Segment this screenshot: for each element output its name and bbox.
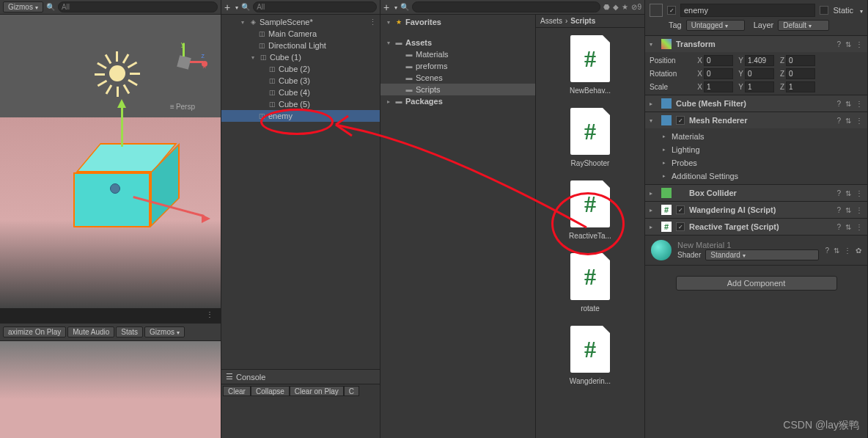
hierarchy-item-light[interactable]: Directional Light: [221, 40, 380, 51]
gizmos2-button[interactable]: Gizmos: [144, 326, 185, 337]
hidden-icon[interactable]: ⊘9: [631, 3, 641, 11]
hierarchy-item-camera[interactable]: Main Camera: [221, 28, 380, 40]
clear-button[interactable]: Clear: [223, 386, 251, 396]
scale-z-input[interactable]: [786, 81, 815, 92]
materials-foldout[interactable]: ▸Materials: [650, 130, 863, 143]
menu-icon[interactable]: ⋮: [844, 247, 851, 255]
static-checkbox[interactable]: [820, 6, 828, 15]
breadcrumb-assets[interactable]: Assets: [540, 17, 562, 25]
probes-foldout[interactable]: ▸Probes: [650, 156, 863, 169]
preset-icon[interactable]: ⇅: [845, 189, 851, 197]
collapse-button[interactable]: Collapse: [251, 386, 290, 396]
menu-icon[interactable]: ⋮: [856, 100, 863, 108]
add-icon[interactable]: +: [224, 1, 230, 13]
foldout-icon[interactable]: ▸: [650, 101, 657, 107]
maximize-button[interactable]: aximize On Play: [3, 326, 66, 337]
tag-dropdown[interactable]: Untagged: [686, 20, 745, 31]
additional-settings-foldout[interactable]: ▸Additional Settings: [650, 169, 863, 183]
add-icon[interactable]: +: [383, 1, 389, 13]
help-icon[interactable]: ?: [836, 117, 841, 125]
material-slot[interactable]: New Material 1 Shader Standard ?⇅⋮✿: [645, 236, 867, 266]
help-icon[interactable]: ?: [836, 40, 841, 48]
enemy-cube-gizmo[interactable]: [70, 143, 165, 231]
script-rotate[interactable]: #rotate: [536, 253, 644, 313]
gameobject-icon[interactable]: [650, 4, 663, 17]
script-enabled-checkbox[interactable]: [676, 205, 685, 214]
menu-icon[interactable]: ⋮: [856, 117, 863, 125]
foldout-icon[interactable]: ▾: [650, 117, 657, 124]
foldout-icon[interactable]: ▾: [239, 19, 246, 26]
menu-icon[interactable]: ⋮: [856, 40, 863, 48]
preset-icon[interactable]: ⇅: [845, 223, 851, 231]
menu-icon[interactable]: ⋮: [856, 223, 863, 231]
scene-menu-icon[interactable]: ⋮: [366, 18, 380, 27]
clear-on-play-button[interactable]: Clear on Play: [290, 386, 344, 396]
hierarchy-item-cube4[interactable]: Cube (4): [221, 87, 380, 98]
packages-folder[interactable]: ▸Packages: [380, 95, 535, 107]
stats-button[interactable]: Stats: [116, 326, 143, 337]
active-checkbox[interactable]: [667, 6, 676, 15]
hierarchy-item-cube2[interactable]: Cube (2): [221, 63, 380, 75]
gear-icon[interactable]: ✿: [856, 247, 861, 255]
foldout-icon[interactable]: ▸: [650, 190, 657, 197]
scene-root[interactable]: ▾ SampleScene* ⋮: [221, 16, 380, 28]
folder-materials[interactable]: Materials: [380, 48, 535, 60]
game-preview[interactable]: [0, 340, 221, 438]
renderer-enabled-checkbox[interactable]: [676, 116, 685, 125]
scale-y-input[interactable]: [745, 81, 774, 92]
folder-preforms[interactable]: preforms: [380, 60, 535, 72]
menu-icon[interactable]: ⋮: [856, 189, 863, 197]
rotation-y-input[interactable]: [745, 68, 774, 79]
foldout-icon[interactable]: ▸: [650, 207, 657, 213]
add-component-button[interactable]: Add Component: [676, 276, 837, 291]
panel-menu-icon[interactable]: ⋮: [206, 310, 215, 318]
add-dropdown[interactable]: [233, 3, 238, 11]
foldout-icon[interactable]: ▾: [249, 54, 257, 61]
scene-search-input[interactable]: [58, 1, 218, 12]
layer-dropdown[interactable]: Default: [778, 20, 829, 31]
project-search-input[interactable]: [412, 1, 600, 12]
foldout-icon[interactable]: ▸: [650, 224, 657, 230]
lighting-foldout[interactable]: ▸Lighting: [650, 143, 863, 156]
scale-x-input[interactable]: [704, 81, 733, 92]
hierarchy-item-cube3[interactable]: Cube (3): [221, 75, 380, 87]
hierarchy-search-input[interactable]: [253, 1, 377, 12]
help-icon[interactable]: ?: [836, 100, 841, 108]
scene-view[interactable]: y x z Persp: [0, 15, 221, 308]
foldout-icon[interactable]: ▾: [650, 41, 657, 48]
shader-dropdown[interactable]: Standard: [705, 249, 819, 260]
perspective-label[interactable]: Persp: [170, 103, 195, 111]
preset-icon[interactable]: ⇅: [845, 40, 851, 48]
position-y-input[interactable]: [745, 55, 774, 66]
preset-icon[interactable]: ⇅: [845, 206, 851, 214]
favorite-icon[interactable]: ★: [622, 3, 628, 11]
position-x-input[interactable]: [704, 55, 733, 66]
help-icon[interactable]: ?: [836, 223, 841, 231]
hierarchy-item-cube5[interactable]: Cube (5): [221, 98, 380, 110]
hierarchy-item-enemy[interactable]: enemy: [221, 110, 380, 122]
help-icon[interactable]: ?: [825, 247, 829, 255]
folder-scripts[interactable]: Scripts: [380, 84, 535, 95]
menu-icon[interactable]: ⋮: [856, 206, 863, 214]
search-by-label-icon[interactable]: ◆: [613, 3, 619, 11]
help-icon[interactable]: ?: [836, 206, 841, 214]
preset-icon[interactable]: ⇅: [845, 100, 851, 108]
assets-folder[interactable]: ▾Assets: [380, 37, 535, 48]
c-button[interactable]: C: [344, 386, 359, 396]
search-by-type-icon[interactable]: ⬣: [603, 3, 610, 11]
script-enabled-checkbox[interactable]: [676, 222, 685, 231]
gizmos-dropdown[interactable]: Gizmos: [3, 1, 43, 12]
view-gizmo[interactable]: y x z: [162, 40, 206, 84]
script-reactivetarget[interactable]: #ReactiveTa...: [536, 180, 644, 240]
preset-icon[interactable]: ⇅: [834, 247, 839, 255]
rotation-z-input[interactable]: [786, 68, 815, 79]
position-z-input[interactable]: [786, 55, 815, 66]
static-dropdown[interactable]: [858, 6, 863, 15]
preset-icon[interactable]: ⇅: [845, 117, 851, 125]
folder-scenes[interactable]: Scenes: [380, 72, 535, 84]
favorites-folder[interactable]: ▾Favorites: [380, 16, 535, 28]
script-newbehaviour[interactable]: #NewBehav...: [536, 35, 644, 95]
hierarchy-item-cube1[interactable]: ▾Cube (1): [221, 51, 380, 63]
rotation-x-input[interactable]: [704, 68, 733, 79]
mute-audio-button[interactable]: Mute Audio: [67, 326, 114, 337]
